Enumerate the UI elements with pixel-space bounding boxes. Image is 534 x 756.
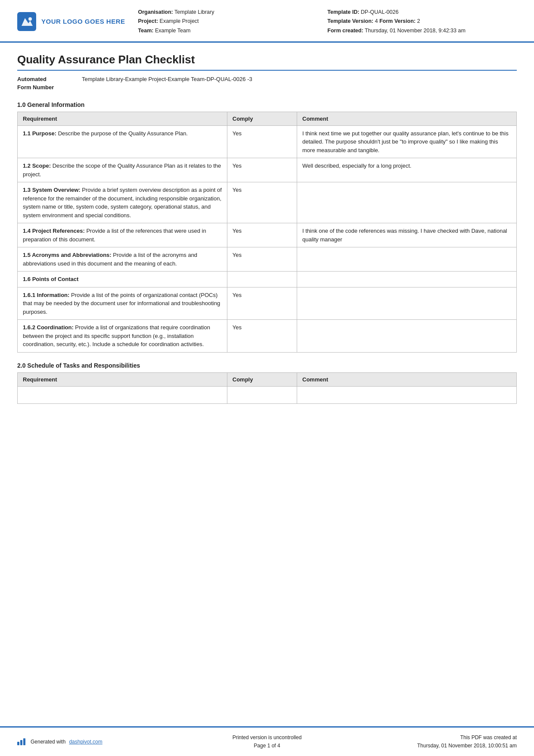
footer-right: This PDF was created at Thursday, 01 Nov… <box>350 734 517 750</box>
bar2 <box>20 740 22 745</box>
table-row <box>18 386 517 403</box>
col2-header-comment: Comment <box>297 372 517 386</box>
form-number-row: AutomatedForm Number Template Library-Ex… <box>17 75 517 92</box>
doc-title: Quality Assurance Plan Checklist <box>17 53 517 71</box>
page: YOUR LOGO GOES HERE Organisation: Templa… <box>0 0 534 756</box>
project-value: Example Project <box>160 18 199 24</box>
org-label: Organisation: <box>138 9 173 15</box>
comment-cell: Well described, especially for a long pr… <box>297 158 517 182</box>
table-row: 1.6.1 Information: Provide a list of the… <box>18 287 517 320</box>
form-version-label: Form Version: <box>379 18 416 24</box>
template-version-label: Template Version: <box>327 18 373 24</box>
svg-point-1 <box>28 17 32 21</box>
comply-cell: Yes <box>227 320 297 353</box>
logo-area: YOUR LOGO GOES HERE <box>17 8 125 35</box>
dashpivot-link[interactable]: dashpivot.com <box>69 739 102 745</box>
logo-text: YOUR LOGO GOES HERE <box>41 18 125 25</box>
bar1 <box>17 742 19 745</box>
comply-cell: Yes <box>227 182 297 223</box>
logo-icon <box>17 12 36 31</box>
section1-table: Requirement Comply Comment 1.1 Purpose: … <box>17 112 517 353</box>
col2-header-comply: Comply <box>227 372 297 386</box>
col-header-comply: Comply <box>227 112 297 125</box>
empty-req <box>18 386 227 403</box>
project-row: Project: Example Project <box>138 17 328 26</box>
table-row: 1.1 Purpose: Describe the purpose of the… <box>18 125 517 158</box>
template-id-label: Template ID: <box>327 9 359 15</box>
req-cell: 1.1 Purpose: Describe the purpose of the… <box>18 125 227 158</box>
table-header-row: Requirement Comply Comment <box>18 112 517 125</box>
team-value: Example Team <box>155 28 190 34</box>
comment-cell <box>297 182 517 223</box>
req-cell: 1.6.1 Information: Provide a list of the… <box>18 287 227 320</box>
comment-cell <box>297 287 517 320</box>
footer-center: Printed version is uncontrolled Page 1 o… <box>184 734 351 750</box>
created-line2: Thursday, 01 November 2018, 10:00:51 am <box>350 742 517 750</box>
created-line1: This PDF was created at <box>350 734 517 742</box>
form-created-row: Form created: Thursday, 01 November 2018… <box>327 26 517 35</box>
org-value: Template Library <box>174 9 214 15</box>
template-version-value: 4 <box>375 18 378 24</box>
table-row: 1.3 System Overview: Provide a brief sys… <box>18 182 517 223</box>
bar3 <box>23 738 25 745</box>
template-id-row: Template ID: DP-QUAL-0026 <box>327 8 517 17</box>
section2-table: Requirement Comply Comment <box>17 372 517 404</box>
form-number-value: Template Library-Example Project-Example… <box>82 75 252 84</box>
header-meta-left: Organisation: Template Library Project: … <box>138 8 328 35</box>
empty-comment <box>297 386 517 403</box>
comment-cell <box>297 320 517 353</box>
section2-title: 2.0 Schedule of Tasks and Responsibiliti… <box>17 362 517 369</box>
header: YOUR LOGO GOES HERE Organisation: Templa… <box>0 0 534 43</box>
comply-cell: Yes <box>227 287 297 320</box>
comment-cell: I think one of the code references was m… <box>297 223 517 247</box>
template-version-row: Template Version: 4 Form Version: 2 <box>327 17 517 26</box>
header-meta-right: Template ID: DP-QUAL-0026 Template Versi… <box>327 8 517 35</box>
req-cell: 1.4 Project References: Provide a list o… <box>18 223 227 247</box>
req-cell: 1.6 Points of Contact <box>18 272 227 287</box>
req-cell: 1.3 System Overview: Provide a brief sys… <box>18 182 227 223</box>
comply-cell <box>227 272 297 287</box>
req-cell: 1.2 Scope: Describe the scope of the Qua… <box>18 158 227 182</box>
comply-cell: Yes <box>227 247 297 272</box>
project-label: Project: <box>138 18 158 24</box>
team-label: Team: <box>138 28 154 34</box>
table-row: 1.6 Points of Contact <box>18 272 517 287</box>
col-header-req: Requirement <box>18 112 227 125</box>
comment-cell <box>297 272 517 287</box>
team-row: Team: Example Team <box>138 26 328 35</box>
section1-title: 1.0 General Information <box>17 101 517 108</box>
form-created-label: Form created: <box>327 28 363 34</box>
dashpivot-logo-icon <box>17 738 25 745</box>
print-line2: Page 1 of 4 <box>184 742 351 750</box>
comment-cell <box>297 247 517 272</box>
comply-cell: Yes <box>227 158 297 182</box>
col-header-comment: Comment <box>297 112 517 125</box>
comment-cell: I think next time we put together our qu… <box>297 125 517 158</box>
col2-header-req: Requirement <box>18 372 227 386</box>
req-cell: 1.5 Acronyms and Abbreviations: Provide … <box>18 247 227 272</box>
print-line1: Printed version is uncontrolled <box>184 734 351 742</box>
table-row: 1.4 Project References: Provide a list o… <box>18 223 517 247</box>
table2-header-row: Requirement Comply Comment <box>18 372 517 386</box>
comply-cell: Yes <box>227 223 297 247</box>
empty-comply <box>227 386 297 403</box>
form-version-value: 2 <box>417 18 420 24</box>
header-meta: Organisation: Template Library Project: … <box>138 8 517 35</box>
generated-label: Generated with <box>31 739 65 745</box>
org-row: Organisation: Template Library <box>138 8 328 17</box>
req-cell: 1.6.2 Coordination: Provide a list of or… <box>18 320 227 353</box>
form-created-value: Thursday, 01 November 2018, 9:42:33 am <box>365 28 466 34</box>
content: Quality Assurance Plan Checklist Automat… <box>0 43 534 726</box>
comply-cell: Yes <box>227 125 297 158</box>
footer-left: Generated with dashpivot.com <box>17 738 184 745</box>
template-id-value: DP-QUAL-0026 <box>361 9 399 15</box>
table-row: 1.5 Acronyms and Abbreviations: Provide … <box>18 247 517 272</box>
footer: Generated with dashpivot.com Printed ver… <box>0 726 534 756</box>
table-row: 1.6.2 Coordination: Provide a list of or… <box>18 320 517 353</box>
table-row: 1.2 Scope: Describe the scope of the Qua… <box>18 158 517 182</box>
form-number-label: AutomatedForm Number <box>17 75 82 92</box>
